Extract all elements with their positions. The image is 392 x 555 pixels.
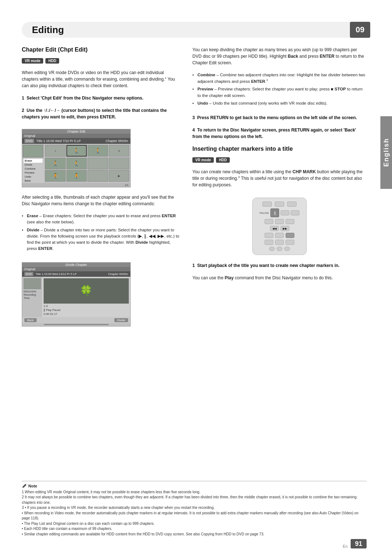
screen1-inner: Erase Divide Combine Preview Undo Back 1… bbox=[22, 144, 130, 183]
step1-text: 1 Select 'Chpt Edit' from the Disc Navig… bbox=[22, 95, 181, 101]
side-tab: English bbox=[380, 116, 392, 189]
remote-btn-12 bbox=[265, 240, 273, 245]
remote-row-1 bbox=[262, 202, 297, 207]
divide-progress-fill bbox=[44, 324, 109, 325]
step4-text: 4 To return to the Disc Navigator screen… bbox=[192, 127, 367, 140]
divide-play-info: ‖ Play Pause bbox=[44, 308, 129, 312]
rew-btn[interactable]: ◀◀ bbox=[270, 226, 279, 231]
step3-text: 3 Press RETURN to get back to the menu o… bbox=[192, 114, 367, 121]
divide-progress-bar bbox=[22, 323, 130, 326]
pause-btn[interactable]: ‖ bbox=[270, 208, 279, 217]
grid-cell-10: 🧍 bbox=[66, 170, 87, 182]
chapter-edit-bullets: Erase – Erase chapters: Select the chapt… bbox=[22, 213, 181, 254]
menu-back: Back bbox=[24, 179, 42, 183]
grid-cell-3: 🚶 bbox=[87, 145, 108, 157]
menu-undo: Undo bbox=[24, 175, 42, 179]
side-tab-label: English bbox=[383, 138, 390, 167]
grid-cell-1: 1 bbox=[45, 145, 66, 157]
menu-preview: Preview bbox=[24, 171, 42, 175]
divide-top-bar: DVD Title 1 15:00 Wed 13/12 Pr 5 LP Chap… bbox=[22, 271, 130, 277]
grid-cell-5: 🚶 bbox=[45, 158, 66, 169]
remote-btn-10 bbox=[265, 233, 273, 238]
right-body1: You can keep dividing the chapter as man… bbox=[192, 46, 367, 66]
screen1-grid: 1 🚶 🚶 3 🚶 🚶 🧍 🧍 ▶ bbox=[44, 144, 130, 183]
divide-original-label: Original bbox=[22, 267, 130, 271]
remote-btn-7 bbox=[265, 219, 273, 224]
remote-btn-chp bbox=[286, 233, 294, 238]
note-fn3c: • The Play List and Original content on … bbox=[22, 521, 367, 527]
remote-row-pause: PAUSE ‖ bbox=[260, 208, 300, 217]
after-screen-text: After selecting a title, thumbnails of e… bbox=[22, 194, 181, 207]
remote-btn-9 bbox=[286, 219, 294, 224]
chapter-badge: 09 bbox=[350, 22, 370, 38]
divide-chapter-screen: Divide Chapter Original DVD Title 1 15:0… bbox=[22, 262, 131, 327]
note-fn3b: • When recording in Video mode, the reco… bbox=[22, 511, 367, 521]
grid-cell-8 bbox=[109, 158, 130, 169]
hdd-badge: HDD bbox=[45, 58, 59, 64]
menu-combine: Combine bbox=[24, 167, 42, 171]
remote-btn-1 bbox=[262, 202, 272, 207]
screen1-title: Chapter Edit bbox=[22, 129, 130, 134]
divide-thumb bbox=[24, 278, 41, 289]
remote-btn-15 bbox=[269, 247, 275, 251]
grid-cell-2: 🚶 bbox=[66, 145, 87, 157]
header-bar: Editing bbox=[22, 22, 370, 38]
note-fn3a: 3 • If you pause a recording in VR mode,… bbox=[22, 505, 367, 511]
remote-btn-17 bbox=[284, 247, 290, 251]
remote-btn-16 bbox=[277, 247, 282, 251]
remote-row-3 bbox=[265, 219, 294, 224]
page-title: Editing bbox=[32, 24, 64, 36]
bullet-erase: Erase – Erase chapters: Select the chapt… bbox=[22, 213, 181, 226]
divide-time-range: 1-3 bbox=[44, 304, 129, 308]
divide-recording-time: Recording Time bbox=[24, 293, 41, 300]
menu-erase: Erase bbox=[24, 159, 42, 163]
note-fn3e: • Similar chapter editing commands are a… bbox=[22, 532, 367, 537]
remote-btn-14 bbox=[286, 240, 294, 245]
content-area: Chapter Edit (Chpt Edit) VR mode HDD Whe… bbox=[22, 46, 367, 526]
screen1-original-label: Original bbox=[22, 134, 130, 138]
divide-left-panel: 0h01m24s Recording Time bbox=[22, 277, 42, 317]
bullet-preview: Preview – Preview chapters: Select the c… bbox=[192, 86, 367, 99]
remote-btn-2 bbox=[275, 202, 284, 207]
badge-row-2: VR mode HDD bbox=[192, 157, 367, 163]
divide-screen-title: Divide Chapter bbox=[22, 263, 130, 267]
divide-dvd-label: DVD bbox=[24, 272, 33, 276]
grid-cell-7 bbox=[87, 158, 108, 169]
remote-btn-11 bbox=[275, 233, 284, 238]
screen1-dvd-label: DVD bbox=[24, 139, 34, 143]
section2-step1-heading: 1 Start playback of the title you want t… bbox=[192, 262, 367, 269]
divide-inner: 0h01m24s Recording Time 🍀 1-3 ‖ Play Pau… bbox=[22, 277, 130, 317]
fwd-btn[interactable]: ▶▶ bbox=[281, 226, 289, 231]
divide-chapter-label: Chapter 0h00m bbox=[108, 272, 128, 276]
screen1-page-info: 1/1 bbox=[22, 183, 130, 187]
right-column: You can keep dividing the chapter as man… bbox=[192, 46, 367, 526]
section2-heading: Inserting chapter markers into a title bbox=[192, 146, 367, 152]
section2-body1: You can create new chapters within a tit… bbox=[192, 169, 367, 188]
bullet-undo: Undo – Undo the last command (only works… bbox=[192, 100, 367, 106]
step2-text: 2 Use the ↑/↓/←/→ (cursor buttons) to se… bbox=[22, 107, 181, 120]
remote-btn-8 bbox=[275, 219, 284, 224]
screen1-thumb bbox=[23, 145, 43, 157]
divide-back-btn[interactable]: Back bbox=[24, 318, 37, 322]
page-en-label: En bbox=[343, 544, 348, 548]
screen1-menu: Erase Divide Combine Preview Undo Back bbox=[22, 158, 44, 183]
hdd-badge-2: HDD bbox=[216, 157, 230, 163]
grid-cell-6: 🚶 bbox=[66, 158, 87, 169]
note-fn2: 2 It may not always be possible to combi… bbox=[22, 495, 367, 505]
screen1-left-panel: Erase Divide Combine Preview Undo Back bbox=[22, 144, 44, 183]
pause-label: PAUSE bbox=[260, 211, 269, 215]
divide-divide-btn[interactable]: Divide bbox=[114, 318, 128, 322]
leaf-icon: 🍀 bbox=[80, 285, 93, 297]
remote-row-playback: ◀◀ ▶▶ bbox=[270, 226, 289, 231]
remote-row-5 bbox=[265, 240, 294, 245]
badge-row-1: VR mode HDD bbox=[22, 58, 181, 64]
note-section: Note 1 When editing VR mode Original con… bbox=[22, 481, 367, 537]
section2-step1-body: You can use the Play command from the Di… bbox=[192, 275, 367, 281]
bullet-combine: Combine – Combine two adjacent chapters … bbox=[192, 72, 367, 85]
note-fn3d: • Each HDD title can contain a maximum o… bbox=[22, 526, 367, 532]
divide-timecode: 0.00.52.17 bbox=[44, 312, 129, 316]
section1-body1: When editing VR mode DVDs or video on th… bbox=[22, 69, 181, 89]
page-container: Editing 09 English Chapter Edit (Chpt Ed… bbox=[0, 0, 392, 555]
remote-btn-5 bbox=[281, 210, 289, 215]
remote-illustration-container: PAUSE ‖ ◀◀ ▶▶ bbox=[192, 198, 367, 255]
